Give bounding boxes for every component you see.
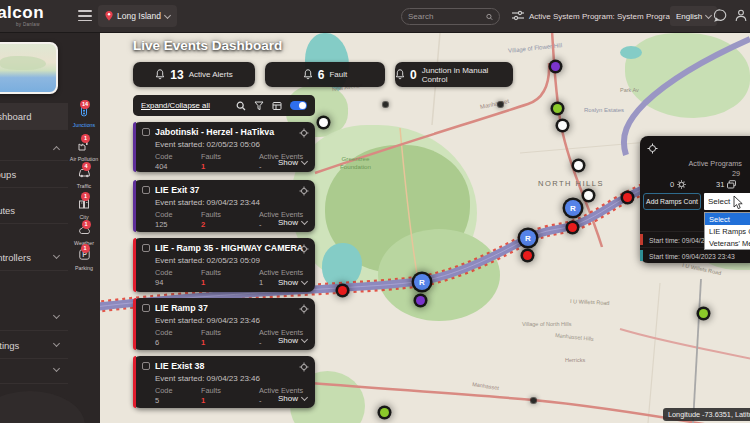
layer-toggle-city[interactable]: 1City (68, 195, 100, 220)
event-card[interactable]: LIE Exit 37Event started: 09/04/23 23:44… (133, 180, 315, 232)
alert-marker[interactable] (568, 223, 577, 232)
layer-toggle-junctions[interactable]: 14Junctions (68, 103, 100, 128)
region-minimap[interactable] (0, 42, 58, 94)
alert-marker[interactable] (338, 286, 347, 295)
alert-count: 0 (410, 68, 417, 82)
event-checkbox[interactable] (142, 128, 150, 136)
event-title: Jabotinski - Herzel - HaTikva (155, 127, 308, 137)
card-accent-bar (133, 238, 136, 292)
dropdown-option[interactable]: Veterans' Memo (705, 237, 750, 249)
ramp-marker[interactable]: R (414, 274, 430, 290)
junction-marker[interactable] (584, 191, 593, 200)
toggle-switch[interactable] (290, 101, 307, 110)
search-input[interactable] (408, 12, 486, 21)
locate-crosshair-icon[interactable] (299, 244, 309, 254)
event-started: Event started: 02/05/23 05:06 (155, 140, 308, 149)
events-toolbar: Expand/Collapse all (133, 95, 315, 116)
event-card[interactable]: LIE Exist 38Event started: 09/04/23 23:4… (133, 356, 315, 408)
sidebar-item-dashboard[interactable]: Dashboard (0, 103, 68, 130)
junction-marker[interactable] (574, 161, 583, 170)
layer-toggle-parking[interactable]: P1Parking (68, 246, 100, 271)
sidebar-item-row5[interactable] (0, 304, 68, 331)
junction-marker[interactable] (558, 121, 567, 130)
user-icon[interactable] (735, 9, 747, 22)
locate-crosshair-icon[interactable] (299, 186, 309, 196)
language-selector[interactable]: English (670, 6, 717, 26)
event-card[interactable]: LIE - Ramp 35 - HIGHWAY CAMERAEvent star… (133, 238, 315, 292)
sidebar-item-settings[interactable]: Settings (0, 332, 68, 359)
junction-marker[interactable] (553, 104, 562, 113)
event-checkbox[interactable] (142, 304, 150, 312)
sidebar-item-routes[interactable]: Routes (0, 197, 68, 224)
layer-toggle-weather[interactable]: 1Weather (68, 221, 100, 246)
show-toggle[interactable]: Show (278, 158, 307, 167)
junction-marker[interactable] (319, 118, 328, 127)
locate-crosshair-icon[interactable] (647, 143, 658, 154)
air-pollution-icon: 1 (78, 139, 90, 151)
card-accent-bar (133, 122, 136, 172)
layer-strip: 14Junctions1Air Pollution4Traffic1City1W… (68, 33, 100, 423)
event-card[interactable]: LIE Ramp 37Event started: 09/04/23 23:46… (133, 298, 315, 350)
card-title-row: Jabotinski - Herzel - HaTikva (142, 127, 308, 137)
map-place-label: Park Av (620, 87, 639, 94)
layer-label: Parking (68, 265, 100, 271)
sidebar-item-label: Controllers (0, 252, 31, 263)
show-toggle[interactable]: Show (278, 336, 307, 345)
dropdown-option[interactable]: Select (705, 213, 750, 225)
camera-marker[interactable] (498, 102, 503, 107)
search-icon[interactable] (236, 101, 246, 111)
hamburger-icon[interactable] (78, 10, 92, 22)
search-icon[interactable] (486, 12, 493, 22)
dropdown-option[interactable]: LIE Ramps Con (705, 225, 750, 237)
event-title: LIE - Ramp 35 - HIGHWAY CAMERA (155, 243, 308, 253)
locate-crosshair-icon[interactable] (299, 304, 309, 314)
event-checkbox[interactable] (142, 186, 150, 194)
sidebar-item-controllers[interactable]: Controllers (0, 244, 68, 271)
map-canvas[interactable]: Village of Flower HillNew AvenuePark AvM… (100, 33, 750, 423)
show-toggle[interactable]: Show (278, 278, 307, 287)
locate-crosshair-icon[interactable] (299, 128, 309, 138)
expand-collapse-link[interactable]: Expand/Collapse all (141, 101, 210, 110)
screens-icon[interactable] (727, 180, 736, 189)
junction-marker[interactable] (551, 62, 560, 71)
meta-value: - (259, 338, 262, 347)
ramp-marker[interactable]: R (520, 230, 536, 246)
layer-toggle-traffic[interactable]: 4Traffic (68, 164, 100, 189)
sidebar-item-label: Settings (0, 340, 19, 351)
event-card[interactable]: Jabotinski - Herzel - HaTikvaEvent start… (133, 122, 315, 172)
layout-icon[interactable] (272, 101, 282, 111)
screens-stat-value: 31 (716, 180, 724, 189)
gear-icon[interactable] (677, 180, 686, 189)
show-toggle[interactable]: Show (278, 218, 307, 227)
location-pin-icon (105, 11, 113, 21)
junction-marker[interactable] (699, 309, 708, 318)
meta-header: Code (155, 328, 172, 337)
sliders-icon[interactable] (512, 10, 524, 21)
card-accent-bar (133, 356, 136, 408)
camera-marker[interactable] (531, 398, 536, 403)
chat-icon[interactable] (714, 9, 727, 22)
filter-icon[interactable] (254, 101, 264, 111)
sidebar-item-row7[interactable] (0, 357, 68, 384)
ramp-marker[interactable]: R (565, 200, 581, 216)
event-title: LIE Ramp 37 (155, 303, 308, 313)
alert-pill-2[interactable]: 0Junction in Manual Control (395, 62, 513, 87)
sidebar-item-groups[interactable]: Groups (0, 161, 68, 188)
alert-pill-1[interactable]: 6Fault (265, 62, 385, 87)
page-title: Live Events Dashboard (133, 38, 282, 53)
show-toggle[interactable]: Show (278, 394, 307, 403)
layer-toggle-air-pollution[interactable]: 1Air Pollution (68, 137, 100, 162)
region-selector[interactable]: Long Island (98, 5, 177, 27)
event-checkbox[interactable] (142, 362, 150, 370)
junction-marker[interactable] (416, 296, 425, 305)
event-checkbox[interactable] (142, 244, 150, 252)
locate-crosshair-icon[interactable] (299, 362, 309, 372)
screens-stat: 31 (716, 180, 736, 189)
alert-pill-0[interactable]: 13Active Alerts (133, 62, 255, 87)
camera-marker[interactable] (383, 102, 388, 107)
alert-marker[interactable] (523, 251, 532, 260)
junction-marker[interactable] (380, 408, 389, 417)
add-ramps-button[interactable]: Add Ramps Cont (643, 193, 701, 210)
sidebar-item-row1[interactable] (0, 134, 68, 161)
alert-marker[interactable] (623, 193, 632, 202)
